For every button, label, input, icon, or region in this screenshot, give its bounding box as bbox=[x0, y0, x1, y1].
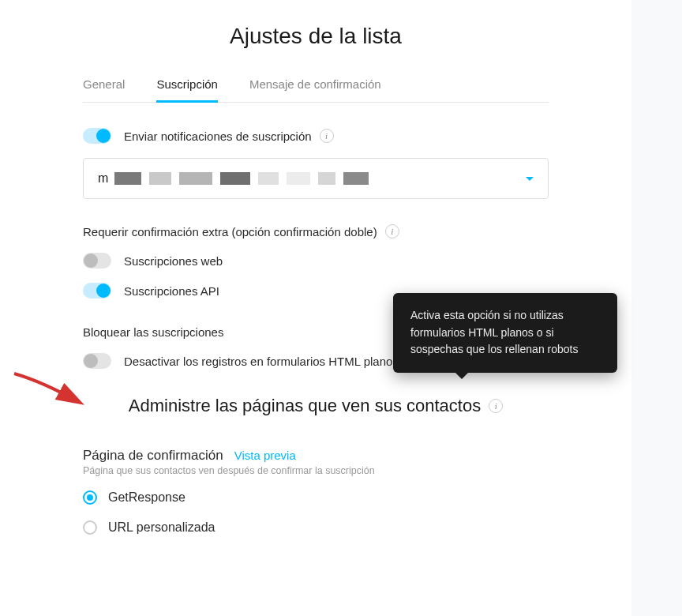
tooltip-text: Activa esta opción si no utilizas formul… bbox=[410, 309, 578, 355]
radio-option-getresponse[interactable]: GetResponse bbox=[83, 490, 549, 505]
label-api-subscriptions: Suscripciones API bbox=[124, 284, 219, 298]
tab-confirmation-message[interactable]: Mensaje de confirmación bbox=[249, 77, 381, 102]
annotation-arrow bbox=[6, 367, 93, 423]
toggle-send-notifications[interactable] bbox=[83, 128, 111, 144]
chevron-down-icon bbox=[526, 177, 534, 181]
heading-extra-confirmation-text: Requerir confirmación extra (opción conf… bbox=[83, 225, 377, 239]
label-send-notifications: Enviar notificaciones de suscripción bbox=[124, 130, 312, 143]
radio-label-getresponse: GetResponse bbox=[108, 490, 185, 505]
tab-subscription[interactable]: Suscripción bbox=[156, 77, 218, 102]
toggle-knob bbox=[84, 254, 98, 268]
toggle-knob bbox=[96, 129, 111, 143]
label-disable-plain-html: Desactivar los registros en formularios … bbox=[124, 355, 392, 368]
heading-block-subscriptions-text: Bloquear las suscripciones bbox=[83, 325, 223, 339]
label-web-subscriptions: Suscripciones web bbox=[124, 254, 223, 268]
toggle-knob bbox=[84, 354, 98, 368]
radio-icon bbox=[83, 490, 97, 505]
info-icon[interactable]: i bbox=[489, 399, 503, 413]
page-title: Ajustes de la lista bbox=[83, 24, 549, 49]
heading-manage-pages: Administre las páginas que ven sus conta… bbox=[83, 396, 549, 416]
select-text-prefix: m bbox=[98, 171, 108, 186]
radio-icon bbox=[83, 520, 97, 535]
toggle-api-subscriptions[interactable] bbox=[83, 283, 111, 299]
field-desc-confirmation-page: Página que sus contactos ven después de … bbox=[83, 465, 549, 476]
field-title-confirmation-page: Página de confirmación bbox=[83, 448, 223, 464]
toggle-knob bbox=[96, 284, 111, 298]
tooltip-plain-html-info: Activa esta opción si no utilizas formul… bbox=[393, 293, 617, 373]
heading-extra-confirmation: Requerir confirmación extra (opción conf… bbox=[83, 224, 549, 239]
notification-recipient-select[interactable]: m bbox=[83, 158, 549, 199]
info-icon[interactable]: i bbox=[385, 224, 399, 239]
toggle-disable-plain-html[interactable] bbox=[83, 353, 111, 369]
radio-label-custom-url: URL personalizada bbox=[108, 520, 215, 535]
tabs-bar: General Suscripción Mensaje de confirmac… bbox=[83, 77, 549, 103]
link-preview[interactable]: Vista previa bbox=[234, 449, 296, 462]
heading-manage-pages-text: Administre las páginas que ven sus conta… bbox=[129, 396, 481, 416]
tab-general[interactable]: General bbox=[83, 77, 125, 102]
select-value: m bbox=[98, 171, 370, 186]
toggle-web-subscriptions[interactable] bbox=[83, 253, 111, 269]
radio-option-custom-url[interactable]: URL personalizada bbox=[83, 520, 549, 535]
info-icon[interactable]: i bbox=[320, 129, 334, 143]
